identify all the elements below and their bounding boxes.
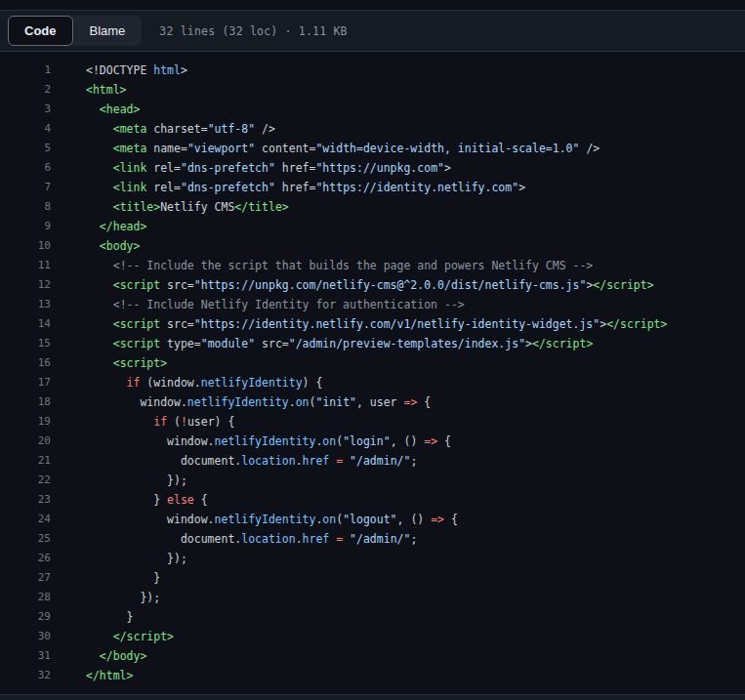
line-number[interactable]: 6 — [0, 158, 51, 178]
code-line: 24 window.netlifyIdentity.on("logout", (… — [0, 510, 745, 529]
line-number[interactable]: 4 — [0, 119, 51, 139]
line-number[interactable]: 32 — [0, 666, 51, 685]
line-number[interactable]: 19 — [0, 412, 51, 432]
code-line: 17 if (window.netlifyIdentity) { — [0, 373, 745, 392]
code-content: <script src="https://unpkg.com/netlify-c… — [51, 275, 654, 295]
code-content: </body> — [51, 646, 146, 666]
line-number[interactable]: 23 — [0, 490, 51, 510]
code-content: } else { — [51, 490, 208, 510]
code-content: window.netlifyIdentity.on("init", user =… — [51, 392, 431, 412]
page-top-strip — [0, 0, 745, 10]
line-number[interactable]: 25 — [0, 529, 51, 549]
line-number[interactable]: 28 — [0, 588, 51, 607]
code-line: 10 <body> — [0, 236, 745, 256]
code-line: 29 } — [0, 607, 745, 627]
line-number[interactable]: 17 — [0, 373, 51, 392]
code-line: 23 } else { — [0, 490, 745, 510]
line-number[interactable]: 10 — [0, 236, 51, 256]
code-content: <link rel="dns-prefetch" href="https://i… — [51, 178, 525, 197]
code-content: <link rel="dns-prefetch" href="https://u… — [51, 158, 451, 178]
code-content: }); — [51, 588, 160, 607]
code-content: <title>Netlify CMS</title> — [51, 197, 289, 217]
line-number[interactable]: 21 — [0, 451, 51, 471]
code-content: <body> — [51, 236, 140, 256]
line-number[interactable]: 9 — [0, 217, 51, 236]
code-line: 19 if (!user) { — [0, 412, 745, 432]
code-line: 4 <meta charset="utf-8" /> — [0, 119, 745, 139]
code-content: <!-- Include Netlify Identity for authen… — [51, 295, 465, 314]
line-number[interactable]: 1 — [0, 61, 51, 80]
tab-code[interactable]: Code — [8, 16, 73, 46]
code-line: 32</html> — [0, 666, 745, 685]
code-content: window.netlifyIdentity.on("logout", () =… — [51, 510, 458, 529]
code-content: <head> — [51, 100, 140, 119]
code-content: <meta charset="utf-8" /> — [51, 119, 275, 139]
code-content: <script type="module" src="/admin/previe… — [51, 334, 593, 353]
code-content: <!DOCTYPE html> — [51, 61, 187, 80]
code-content: document.location.href = "/admin/"; — [51, 529, 417, 549]
line-number[interactable]: 13 — [0, 295, 51, 314]
code-content: } — [51, 607, 133, 627]
line-number[interactable]: 14 — [0, 314, 51, 334]
line-number[interactable]: 15 — [0, 334, 51, 353]
code-line: 28 }); — [0, 588, 745, 607]
code-line: 5 <meta name="viewport" content="width=d… — [0, 139, 745, 158]
code-line: 11 <!-- Include the script that builds t… — [0, 256, 745, 275]
code-line: 31 </body> — [0, 646, 745, 666]
line-number[interactable]: 20 — [0, 432, 51, 451]
code-content: <script> — [51, 353, 167, 373]
code-line: 20 window.netlifyIdentity.on("login", ()… — [0, 432, 745, 451]
code-content: <!-- Include the script that builds the … — [51, 256, 593, 275]
code-line: 21 document.location.href = "/admin/"; — [0, 451, 745, 471]
code-content: </script> — [51, 627, 174, 646]
line-number[interactable]: 24 — [0, 510, 51, 529]
code-content: <meta name="viewport" content="width=dev… — [51, 139, 600, 158]
code-line: 16 <script> — [0, 353, 745, 373]
code-content: <html> — [51, 80, 127, 100]
code-line: 14 <script src="https://identity.netlify… — [0, 314, 745, 334]
code-content: </html> — [51, 666, 133, 685]
line-number[interactable]: 31 — [0, 646, 51, 666]
line-number[interactable]: 8 — [0, 197, 51, 217]
line-number[interactable]: 22 — [0, 471, 51, 490]
line-number[interactable]: 7 — [0, 178, 51, 197]
code-line: 30 </script> — [0, 627, 745, 646]
code-line: 26 }); — [0, 549, 745, 568]
line-number[interactable]: 11 — [0, 256, 51, 275]
line-number[interactable]: 18 — [0, 392, 51, 412]
file-info: 32 lines (32 loc) · 1.11 KB — [159, 24, 347, 38]
code-blame-segmented-control: Code Blame — [8, 16, 142, 46]
code-content: document.location.href = "/admin/"; — [51, 451, 417, 471]
code-content: }); — [51, 549, 187, 568]
line-number[interactable]: 27 — [0, 568, 51, 588]
line-number[interactable]: 30 — [0, 627, 51, 646]
code-line: 15 <script type="module" src="/admin/pre… — [0, 334, 745, 353]
code-line: 25 document.location.href = "/admin/"; — [0, 529, 745, 549]
line-number[interactable]: 12 — [0, 275, 51, 295]
code-line: 18 window.netlifyIdentity.on("init", use… — [0, 392, 745, 412]
line-number[interactable]: 26 — [0, 549, 51, 568]
code-content: if (!user) { — [51, 412, 234, 432]
line-number[interactable]: 3 — [0, 100, 51, 119]
line-number[interactable]: 29 — [0, 607, 51, 627]
code-line: 12 <script src="https://unpkg.com/netlif… — [0, 275, 745, 295]
code-content: <script src="https://identity.netlify.co… — [51, 314, 667, 334]
code-line: 7 <link rel="dns-prefetch" href="https:/… — [0, 178, 745, 197]
code-line: 3 <head> — [0, 100, 745, 119]
code-line: 27 } — [0, 568, 745, 588]
code-content: </head> — [51, 217, 146, 236]
code-line: 2<html> — [0, 80, 745, 100]
code-content: } — [51, 568, 160, 588]
line-number[interactable]: 2 — [0, 80, 51, 100]
code-line: 1<!DOCTYPE html> — [0, 61, 745, 80]
code-line: 6 <link rel="dns-prefetch" href="https:/… — [0, 158, 745, 178]
tab-blame[interactable]: Blame — [73, 16, 143, 46]
line-number[interactable]: 5 — [0, 139, 51, 158]
code-line: 8 <title>Netlify CMS</title> — [0, 197, 745, 217]
file-header: Code Blame 32 lines (32 loc) · 1.11 KB — [0, 10, 745, 52]
code-content: window.netlifyIdentity.on("login", () =>… — [51, 432, 451, 451]
code-line: 13 <!-- Include Netlify Identity for aut… — [0, 295, 745, 314]
line-number[interactable]: 16 — [0, 353, 51, 373]
page-bottom-strip — [0, 694, 745, 700]
code-line: 22 }); — [0, 471, 745, 490]
